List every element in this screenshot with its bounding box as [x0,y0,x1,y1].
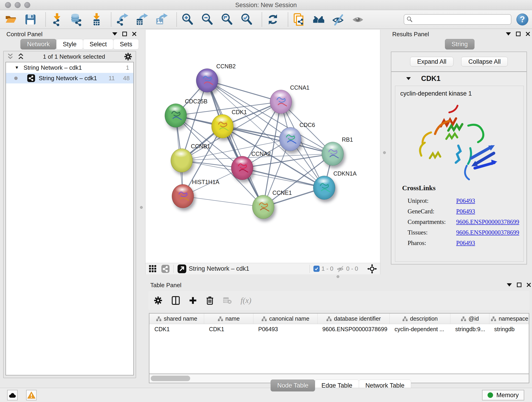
zoom-selected-icon [240,13,253,26]
network-row-selected[interactable]: String Network – cdk1 11 48 [6,73,133,83]
delete-column-trash-icon[interactable] [206,296,214,305]
expand-all-button[interactable]: Expand All [410,57,454,66]
hidden-eye-icon[interactable] [336,265,344,272]
network-edge[interactable] [207,80,263,207]
table-row[interactable]: CDK1CDK1P064939606.ENSP00000378699cyclin… [149,324,529,334]
import-network-file-button[interactable] [50,13,63,26]
network-node-cdc6[interactable] [279,127,301,151]
zoom-out-button[interactable] [201,13,214,26]
tab-string[interactable]: String [445,39,475,50]
table-settings-gear-icon[interactable] [153,296,163,305]
expand-all-icon[interactable] [17,53,24,60]
column-header-database-identifier[interactable]: database identifier [317,313,389,324]
crosslink-link[interactable]: 9606.ENSP00000378699 [456,229,519,236]
table-cell[interactable]: CDK1 [149,324,204,334]
close-panel-icon[interactable] [526,32,530,36]
column-header-canonical-name[interactable]: canonical name [253,313,317,324]
table-cell[interactable]: stringdb [489,324,529,334]
crosslink-link[interactable]: 9606.ENSP00000378699 [456,218,519,225]
network-node-ccnb1[interactable] [171,148,193,172]
left-splitter-handle[interactable] [140,206,143,209]
first-neighbors-button[interactable] [312,13,325,26]
tab-select[interactable]: Select [83,39,114,50]
tree-expand-icon[interactable]: ▼ [15,65,19,70]
new-network-from-selection-button[interactable] [292,13,306,26]
search-input[interactable] [404,14,511,25]
open-session-button[interactable] [4,13,17,26]
warnings-button[interactable] [26,390,37,400]
float-panel-icon[interactable] [516,32,520,36]
network-node-ccnb2[interactable] [196,69,218,92]
zoom-fit-button[interactable] [220,13,234,26]
detach-view-icon[interactable] [177,264,186,274]
panel-menu-icon[interactable] [507,283,512,287]
panel-menu-icon[interactable] [506,32,511,36]
show-columns-icon[interactable] [171,296,180,305]
export-table-button[interactable] [135,13,148,26]
gene-section: CDK1 cyclin-dependent kinase 1 [391,71,527,264]
network-node-cdk1[interactable] [211,114,234,138]
apply-layout-button[interactable] [266,13,279,26]
zoom-selected-button[interactable] [240,13,253,26]
table-cell[interactable]: stringdb:9... [450,324,489,334]
network-node-rb1[interactable] [322,142,344,166]
import-network-database-button[interactable] [70,13,83,26]
crosslink-link[interactable]: P06493 [456,240,475,247]
column-header-namespace[interactable]: namespace [489,313,529,324]
warning-icon [27,391,36,399]
column-header-name[interactable]: name [204,313,253,324]
show-all-button[interactable] [351,13,365,26]
tab-network[interactable]: Network [20,39,56,50]
import-table-file-button[interactable] [89,13,103,26]
pan-crosshair-icon[interactable] [367,264,377,274]
network-view-canvas[interactable]: CCNB2CCNA1CDC25BCDK1CDC6RB1CCNB1CCNA2CDK… [145,30,380,263]
panel-menu-icon[interactable] [112,32,117,36]
save-session-button[interactable] [24,13,37,26]
column-header-shared-name[interactable]: shared name [149,313,204,324]
network-node-hist1h1a[interactable] [172,184,194,208]
cloud-status-button[interactable] [7,390,18,400]
network-node-cdkn1a[interactable] [313,176,335,200]
crosslink-link[interactable]: P06493 [456,208,475,215]
table-cell[interactable]: 9606.ENSP00000378699 [317,324,389,334]
export-image-button[interactable] [155,13,168,26]
zoom-in-button[interactable] [181,13,194,26]
table-tab-node-table[interactable]: Node Table [271,380,315,391]
create-column-plus-icon[interactable] [189,296,197,305]
close-panel-icon[interactable] [526,283,531,287]
network-collection-row[interactable]: ▼ String Network – cdk1 1 [6,62,133,73]
help-button[interactable]: ? [516,13,528,26]
crosslink-link[interactable]: P06493 [456,197,475,204]
network-node-ccne1[interactable] [252,195,274,219]
table-cell[interactable]: cyclin-dependent ... [389,324,450,334]
hide-selected-button[interactable] [332,13,345,26]
export-network-button[interactable] [115,13,129,26]
table-cell[interactable]: P06493 [253,324,317,334]
gear-icon[interactable] [124,52,133,61]
tab-sets[interactable]: Sets [113,39,139,50]
tab-style[interactable]: Style [56,39,83,50]
column-header-description[interactable]: description [389,313,450,324]
column-header--id[interactable]: @id [450,313,489,324]
table-cell[interactable]: CDK1 [204,324,253,334]
network-node-ccna2[interactable] [231,156,253,180]
close-panel-icon[interactable] [132,32,137,36]
network-overview-icon[interactable] [161,264,170,273]
memory-status-button[interactable]: Memory [482,390,524,400]
network-node-cdc25b[interactable] [165,104,187,128]
collapse-section-icon[interactable] [406,77,411,80]
collapse-all-button[interactable]: Collapse All [461,57,508,66]
selected-count-checkbox[interactable] [313,266,320,272]
gene-section-header[interactable]: CDK1 [391,72,526,85]
search-icon [406,16,413,23]
network-edge[interactable] [242,168,324,188]
scrollbar-thumb[interactable] [151,376,190,381]
network-node-ccna1[interactable] [270,90,292,114]
float-panel-icon[interactable] [122,32,127,36]
network-edge[interactable] [183,196,263,207]
birds-eye-view-icon[interactable] [149,265,157,273]
collapse-all-icon[interactable] [7,53,14,60]
network-node-label: HIST1H1A [192,179,219,185]
horizontal-splitter-handle[interactable] [336,275,339,278]
float-panel-icon[interactable] [517,283,521,287]
